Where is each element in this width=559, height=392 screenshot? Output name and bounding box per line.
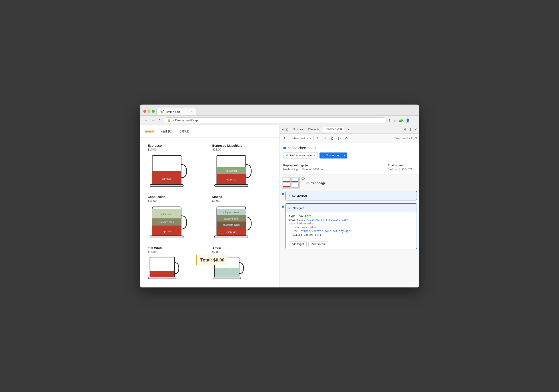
perf-dropdown-arrow-icon[interactable]: ▾: [314, 154, 315, 157]
navigate-step-label: Navigate: [293, 206, 406, 210]
set-viewport-menu-icon[interactable]: ⋮: [408, 193, 414, 198]
svg-rect-17: [150, 236, 183, 238]
close-button[interactable]: [143, 110, 146, 113]
slow-replay-button[interactable]: ▷ Slow replay: [319, 152, 342, 159]
title-bar: 🌿 Coffee cart ✕ +: [140, 105, 419, 116]
share-icon[interactable]: ⬆: [388, 118, 391, 123]
page-thumbnail: ...: [282, 177, 300, 189]
throttling-value: No throttling: [283, 168, 298, 171]
tab-sources[interactable]: Sources: [291, 127, 305, 132]
menu-icon[interactable]: ⋮: [412, 118, 416, 123]
tab-recorder[interactable]: Recorder 📌 ✕: [323, 127, 344, 132]
key-type: type:: [289, 215, 298, 218]
svg-rect-32: [215, 268, 239, 277]
settings-row: Replay settings ▶ No throttling | Timeou…: [283, 164, 416, 171]
export-button[interactable]: ⬆: [315, 136, 321, 141]
add-target-button[interactable]: Add target: [289, 241, 307, 247]
import-button[interactable]: ⬇: [322, 136, 328, 141]
tab-close-icon[interactable]: ✕: [191, 111, 193, 113]
settings-label-right: Environment Desktop | 723×574 px: [388, 164, 416, 171]
add-recording-button[interactable]: +: [282, 135, 287, 141]
bookmark-icon[interactable]: ☆: [393, 118, 397, 123]
new-tab-button[interactable]: +: [198, 107, 206, 116]
slow-replay-dropdown-button[interactable]: ▾: [342, 152, 347, 159]
maximize-button[interactable]: [152, 110, 155, 113]
set-viewport-step-header[interactable]: ▶ Set viewport ⋮: [286, 191, 417, 200]
delete-button[interactable]: 🗑: [329, 136, 335, 141]
set-viewport-step-row: ▶ Set viewport ⋮: [282, 191, 417, 202]
svg-text:steamed milk: steamed milk: [159, 220, 174, 223]
coffee-item-americano[interactable]: Ameri... $7.00 Total: $0.00: [210, 244, 274, 284]
record-button[interactable]: ⟳: [344, 136, 349, 141]
svg-text:milk foam: milk foam: [161, 213, 172, 216]
browser-window: 🌿 Coffee cart ✕ + ← → ↻ 🔒 coffee-cart.ne…: [140, 105, 419, 287]
play-icon: ▷: [322, 154, 324, 157]
svg-text:espresso: espresso: [162, 229, 171, 233]
cursor-icon[interactable]: ⊹: [282, 128, 285, 131]
total-bar: Total: $0.00: [196, 255, 229, 265]
slow-replay-group: ▷ Slow replay ▾: [319, 152, 347, 159]
active-tab[interactable]: 🌿 Coffee cart ✕: [156, 108, 196, 116]
svg-rect-33: [213, 277, 241, 279]
forward-button[interactable]: →: [150, 118, 156, 124]
address-field[interactable]: 🔒 coffee-cart.netlify.app: [164, 117, 387, 124]
key-type2: type:: [293, 226, 302, 229]
code-line-4: type: navigation: [289, 226, 413, 229]
step-2-timeline: [282, 203, 284, 208]
timeout-value: Timeout: 5000 ms: [302, 168, 323, 171]
devtools-close-icon[interactable]: ✕: [414, 128, 417, 131]
svg-text:espresso: espresso: [226, 230, 236, 233]
devtools-menu-icon[interactable]: ⋮: [409, 128, 412, 131]
reload-button[interactable]: ↻: [158, 117, 162, 124]
coffee-price: $19.00: [148, 199, 207, 202]
tab-elements[interactable]: Elements: [306, 127, 322, 132]
performance-panel-button[interactable]: ⟳ Performance panel ▾: [283, 152, 318, 159]
devtools-tabs-toolbar: ⊹ □ Sources Elements Recorder 📌 ✕ >> ⚙ ⋮…: [280, 125, 419, 134]
tab-more[interactable]: >>: [345, 127, 353, 132]
recording-select-value: coffee checkout: [291, 137, 309, 140]
env-values: Desktop | 723×574 px: [388, 168, 416, 171]
send-feedback-link[interactable]: Send feedback: [395, 137, 413, 140]
help-icon[interactable]: ?: [415, 136, 417, 140]
code-line-5: url: https://coffee-cart.netlify.app/: [289, 230, 413, 233]
recording-select[interactable]: coffee checkout ▾: [289, 136, 314, 141]
key-url: url:: [289, 218, 297, 222]
profile-icon[interactable]: 👤: [405, 118, 410, 123]
navigate-step-header[interactable]: ▼ Navigate ⋮: [286, 204, 417, 213]
svg-text:whipped cream: whipped cream: [223, 211, 240, 214]
coffee-item-espresso[interactable]: Espresso $10.00 espresso: [145, 141, 210, 192]
navigate-step-footer: Add target Add timeout: [286, 240, 417, 249]
settings-icon[interactable]: ⚙: [404, 128, 407, 131]
coffee-item-espresso-macchiato[interactable]: Espresso Macchiato $12.00 milk foam espr…: [210, 141, 274, 192]
current-page-menu-icon[interactable]: ⋮: [411, 180, 417, 186]
coffee-name: Espresso Macchiato: [212, 144, 272, 147]
devtools-right-icons: ⚙ ⋮ ✕: [404, 128, 417, 131]
edit-icon[interactable]: ✏: [314, 146, 317, 150]
coffee-name: Espresso: [148, 144, 207, 147]
play-button[interactable]: ▷: [337, 136, 342, 141]
coffee-item-cappuccino[interactable]: Cappuccino $19.00 milk foam steamed milk…: [145, 192, 210, 244]
device-toggle-icon[interactable]: □: [286, 128, 288, 131]
recorder-toolbar: + coffee checkout ▾ ⬆ ⬇ 🗑 ▷ ⟳ Send feedb…: [280, 134, 419, 143]
coffee-name: Cappuccino: [148, 195, 207, 199]
nav-cart[interactable]: cart (0): [161, 129, 172, 134]
replay-settings-label[interactable]: Replay settings ▶: [283, 164, 323, 167]
add-timeout-button[interactable]: Add timeout: [308, 241, 328, 247]
coffee-price: $12.00: [212, 148, 272, 151]
thumb-cup-4: ...: [291, 183, 299, 187]
coffee-item-mocha[interactable]: Mocha $8.00 whipped cream steamed milk c…: [210, 192, 274, 244]
coffee-price: $7.00: [212, 250, 272, 254]
minimize-button[interactable]: [148, 110, 150, 113]
step-2-dot: [282, 205, 284, 208]
nav-github[interactable]: github: [179, 129, 189, 134]
coffee-name: Ameri...: [212, 246, 272, 250]
coffee-price: $10.00: [148, 148, 207, 151]
performance-icon: ⟳: [286, 154, 289, 157]
coffee-grid: Espresso $10.00 espresso: [140, 138, 280, 287]
extension-icon[interactable]: 🧩: [399, 118, 403, 123]
nav-menu[interactable]: menu: [145, 129, 154, 134]
navigate-step-menu-icon[interactable]: ⋮: [408, 205, 414, 211]
cappuccino-cup: milk foam steamed milk espresso: [148, 205, 188, 240]
back-button[interactable]: ←: [143, 118, 149, 124]
navigate-step-row: ▼ Navigate ⋮ type: navigate url: ht: [282, 203, 417, 251]
